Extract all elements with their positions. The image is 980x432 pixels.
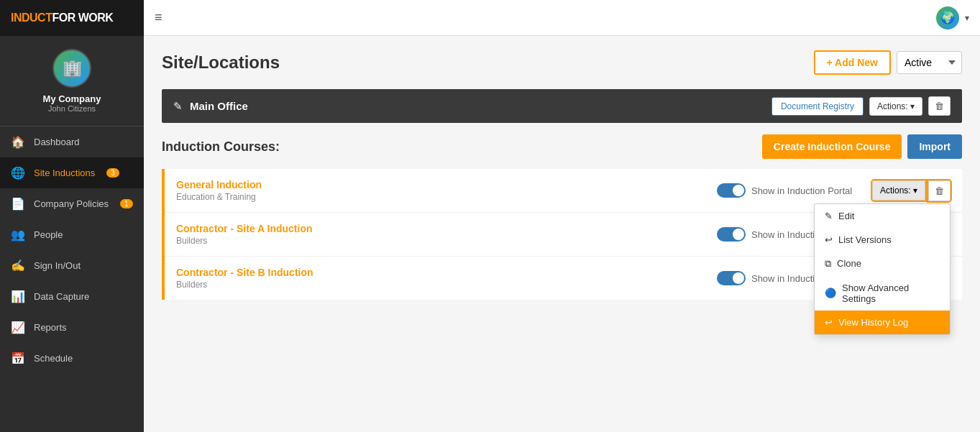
topbar-right: 🌍 ▾ [936, 6, 969, 29]
toggle-general[interactable] [717, 183, 746, 198]
company-policies-icon: 📄 [11, 197, 25, 211]
add-new-button[interactable]: + Add New [814, 50, 891, 75]
sidebar-label-people: People [34, 229, 63, 240]
induction-list: General Induction Education & Training S… [162, 169, 962, 300]
section-bar: ✎ Main Office Document Registry Actions:… [162, 89, 962, 123]
hamburger-menu[interactable]: ≡ [155, 10, 162, 25]
induction-courses-header: Induction Courses: Create Induction Cour… [162, 134, 962, 159]
actions-dropdown: ✎ Edit ↩ List Versions ⧉ Clone 🔵 [814, 203, 951, 335]
create-induction-button[interactable]: Create Induction Course [762, 134, 902, 159]
sidebar-profile[interactable]: 🏢 My Company John Citizens [0, 36, 144, 127]
induction-courses-title: Induction Courses: [162, 139, 280, 155]
dropdown-label-list-versions: List Versions [838, 234, 892, 245]
actions-button-general[interactable]: Actions: ▾ [872, 180, 925, 201]
sidebar-item-schedule[interactable]: 📅 Schedule [0, 343, 144, 374]
section-actions-button[interactable]: Actions: ▾ [869, 97, 922, 116]
page-header: Site/Locations + Add New Active Inactive… [162, 50, 962, 75]
sidebar-item-dashboard[interactable]: 🏠 Dashboard [0, 127, 144, 157]
logo-text: INDUCTFOR WORK [11, 12, 113, 24]
people-icon: 👥 [11, 228, 25, 242]
section-bar-right: Document Registry Actions: ▾ 🗑 [771, 96, 951, 116]
sidebar-nav: 🏠 Dashboard 🌐 Site Inductions 3 📄 Compan… [0, 127, 144, 432]
induction-name-general[interactable]: General Induction [176, 179, 705, 190]
induction-row-general: General Induction Education & Training S… [165, 169, 962, 213]
dashboard-icon: 🏠 [11, 135, 25, 149]
sidebar-label-schedule: Schedule [34, 353, 73, 364]
sidebar-label-sign-in-out: Sign In/Out [34, 260, 81, 271]
dropdown-item-edit[interactable]: ✎ Edit [815, 204, 950, 228]
induction-info-general: General Induction Education & Training [176, 179, 705, 202]
toggle-site-a[interactable] [717, 227, 746, 242]
user-dropdown-arrow[interactable]: ▾ [965, 13, 969, 23]
section-bar-left: ✎ Main Office [173, 100, 248, 113]
dropdown-item-list-versions[interactable]: ↩ List Versions [815, 228, 950, 252]
toggle-label-general: Show in Induction Portal [751, 185, 852, 196]
advanced-icon: 🔵 [825, 288, 836, 298]
sidebar-label-data-capture: Data Capture [34, 291, 89, 302]
induction-info-site-b: Contractor - Site B Induction Builders [176, 267, 705, 290]
import-button[interactable]: Import [907, 134, 962, 159]
induction-info-site-a: Contractor - Site A Induction Builders [176, 223, 705, 246]
actions-area-general: Actions: ▾ 🗑 ✎ Edit ↩ List Versions [872, 180, 951, 201]
sidebar-label-reports: Reports [34, 322, 67, 333]
toggle-area-general: Show in Induction Portal [717, 183, 861, 198]
history-icon: ↩ [825, 317, 833, 328]
document-registry-button[interactable]: Document Registry [771, 97, 864, 116]
user-globe-icon[interactable]: 🌍 [936, 6, 959, 29]
page-title: Site/Locations [162, 52, 280, 73]
header-controls: + Add New Active Inactive All [814, 50, 962, 75]
company-name: My Company [43, 93, 101, 104]
main-content: ≡ 🌍 ▾ Site/Locations + Add New Active In… [144, 0, 980, 432]
reports-icon: 📈 [11, 321, 25, 334]
induction-name-site-a[interactable]: Contractor - Site A Induction [176, 223, 705, 234]
section-trash-button[interactable]: 🗑 [928, 96, 951, 116]
app-logo[interactable]: INDUCTFOR WORK [0, 0, 144, 36]
trash-button-general[interactable]: 🗑 [928, 180, 951, 201]
site-inductions-icon: 🌐 [11, 166, 25, 180]
content-area: Site/Locations + Add New Active Inactive… [144, 36, 980, 432]
toggle-site-b[interactable] [717, 271, 746, 285]
sidebar-label-company-policies: Company Policies [34, 198, 109, 209]
dropdown-label-view-history: View History Log [838, 317, 908, 328]
dropdown-item-view-history[interactable]: ↩ View History Log [815, 311, 950, 334]
sidebar-item-people[interactable]: 👥 People [0, 219, 144, 250]
sign-in-out-icon: ✍ [11, 259, 25, 272]
sidebar-item-company-policies[interactable]: 📄 Company Policies 1 [0, 188, 144, 219]
induction-category-general: Education & Training [176, 192, 705, 202]
data-capture-icon: 📊 [11, 290, 25, 303]
dropdown-label-edit: Edit [838, 211, 854, 221]
section-edit-icon[interactable]: ✎ [173, 100, 183, 113]
sidebar-item-data-capture[interactable]: 📊 Data Capture [0, 281, 144, 312]
sidebar-item-reports[interactable]: 📈 Reports [0, 312, 144, 343]
topbar: ≡ 🌍 ▾ [144, 0, 980, 36]
dropdown-label-clone: Clone [837, 258, 861, 269]
sidebar-item-site-inductions[interactable]: 🌐 Site Inductions 3 [0, 157, 144, 188]
sidebar-item-sign-in-out[interactable]: ✍ Sign In/Out [0, 250, 144, 281]
dropdown-item-clone[interactable]: ⧉ Clone [815, 252, 950, 276]
company-policies-badge: 1 [120, 199, 133, 208]
site-inductions-badge: 3 [106, 168, 119, 178]
list-versions-icon: ↩ [825, 234, 833, 245]
avatar: 🏢 [52, 49, 91, 88]
status-select[interactable]: Active Inactive All [897, 51, 962, 74]
edit-icon: ✎ [825, 211, 833, 221]
schedule-icon: 📅 [11, 351, 25, 365]
induction-category-site-a: Builders [176, 236, 705, 246]
induction-name-site-b[interactable]: Contractor - Site B Induction [176, 267, 705, 278]
clone-icon: ⧉ [825, 258, 831, 270]
dropdown-item-advanced[interactable]: 🔵 Show Advanced Settings [815, 276, 950, 311]
sidebar-label-dashboard: Dashboard [34, 137, 80, 147]
section-bar-title: Main Office [190, 100, 248, 112]
induction-header-buttons: Create Induction Course Import [762, 134, 962, 159]
dropdown-label-advanced: Show Advanced Settings [842, 282, 940, 304]
sidebar-label-site-inductions: Site Inductions [34, 167, 95, 178]
induction-category-site-b: Builders [176, 280, 705, 290]
sidebar: INDUCTFOR WORK 🏢 My Company John Citizen… [0, 0, 144, 432]
user-name: John Citizens [48, 104, 96, 113]
